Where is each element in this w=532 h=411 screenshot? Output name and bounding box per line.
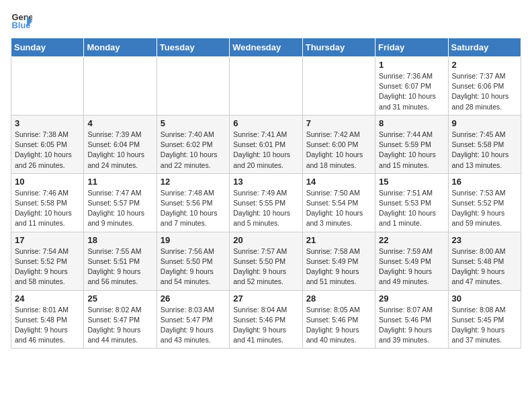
day-number: 14 (306, 177, 371, 187)
day-number: 9 (452, 118, 517, 128)
day-number: 7 (306, 118, 371, 128)
calendar-cell: 9Sunrise: 7:45 AMSunset: 5:58 PMDaylight… (448, 115, 521, 173)
calendar-cell: 10Sunrise: 7:46 AMSunset: 5:58 PMDayligh… (11, 173, 84, 232)
day-number: 1 (379, 60, 444, 70)
day-number: 24 (15, 293, 80, 304)
day-info: Sunrise: 7:49 AMSunset: 5:55 PMDaylight:… (233, 188, 298, 229)
day-number: 28 (306, 293, 371, 304)
calendar-cell (84, 57, 157, 116)
day-number: 30 (452, 293, 517, 304)
logo: General Blue (11, 11, 35, 32)
day-number: 17 (15, 235, 80, 245)
day-number: 20 (233, 235, 298, 245)
day-info: Sunrise: 7:53 AMSunset: 5:52 PMDaylight:… (452, 188, 517, 229)
day-number: 2 (452, 60, 517, 70)
day-header-saturday: Saturday (448, 38, 521, 57)
calendar-cell: 29Sunrise: 8:07 AMSunset: 5:46 PMDayligh… (375, 290, 448, 349)
day-number: 13 (233, 177, 298, 187)
calendar-cell: 18Sunrise: 7:55 AMSunset: 5:51 PMDayligh… (84, 232, 157, 290)
calendar-cell: 6Sunrise: 7:41 AMSunset: 6:01 PMDaylight… (230, 115, 302, 173)
day-info: Sunrise: 7:56 AMSunset: 5:50 PMDaylight:… (161, 246, 226, 287)
calendar-cell: 30Sunrise: 8:08 AMSunset: 5:45 PMDayligh… (448, 290, 521, 349)
calendar-cell: 20Sunrise: 7:57 AMSunset: 5:50 PMDayligh… (230, 232, 302, 290)
week-row-2: 3Sunrise: 7:38 AMSunset: 6:05 PMDaylight… (11, 115, 521, 173)
calendar-cell: 19Sunrise: 7:56 AMSunset: 5:50 PMDayligh… (157, 232, 229, 290)
week-row-4: 17Sunrise: 7:54 AMSunset: 5:52 PMDayligh… (11, 232, 521, 290)
day-info: Sunrise: 8:00 AMSunset: 5:48 PMDaylight:… (452, 246, 517, 287)
calendar-cell: 1Sunrise: 7:36 AMSunset: 6:07 PMDaylight… (375, 57, 448, 116)
calendar-cell: 28Sunrise: 8:05 AMSunset: 5:46 PMDayligh… (302, 290, 375, 349)
day-number: 10 (15, 177, 80, 187)
day-number: 29 (379, 293, 444, 304)
day-number: 27 (233, 293, 298, 304)
day-info: Sunrise: 8:08 AMSunset: 5:45 PMDaylight:… (452, 305, 517, 346)
calendar-cell: 15Sunrise: 7:51 AMSunset: 5:53 PMDayligh… (375, 173, 448, 232)
day-info: Sunrise: 7:47 AMSunset: 5:57 PMDaylight:… (87, 188, 152, 229)
calendar-cell: 8Sunrise: 7:44 AMSunset: 5:59 PMDaylight… (375, 115, 448, 173)
day-header-wednesday: Wednesday (230, 38, 302, 57)
day-number: 18 (87, 235, 152, 245)
calendar-cell: 22Sunrise: 7:59 AMSunset: 5:49 PMDayligh… (375, 232, 448, 290)
day-header-tuesday: Tuesday (157, 38, 229, 57)
calendar-cell (11, 57, 84, 116)
day-info: Sunrise: 7:46 AMSunset: 5:58 PMDaylight:… (15, 188, 80, 229)
day-number: 16 (452, 177, 517, 187)
day-number: 23 (452, 235, 517, 245)
calendar-cell: 13Sunrise: 7:49 AMSunset: 5:55 PMDayligh… (230, 173, 302, 232)
day-info: Sunrise: 7:55 AMSunset: 5:51 PMDaylight:… (87, 246, 152, 287)
day-info: Sunrise: 7:50 AMSunset: 5:54 PMDaylight:… (306, 188, 371, 229)
day-info: Sunrise: 7:48 AMSunset: 5:56 PMDaylight:… (161, 188, 226, 229)
day-info: Sunrise: 7:39 AMSunset: 6:04 PMDaylight:… (87, 130, 152, 171)
calendar-cell: 21Sunrise: 7:58 AMSunset: 5:49 PMDayligh… (302, 232, 375, 290)
day-number: 12 (161, 177, 226, 187)
calendar-cell: 5Sunrise: 7:40 AMSunset: 6:02 PMDaylight… (157, 115, 229, 173)
day-info: Sunrise: 7:37 AMSunset: 6:06 PMDaylight:… (452, 71, 517, 112)
calendar-cell: 24Sunrise: 8:01 AMSunset: 5:48 PMDayligh… (11, 290, 84, 349)
calendar-cell: 4Sunrise: 7:39 AMSunset: 6:04 PMDaylight… (84, 115, 157, 173)
calendar-cell (157, 57, 229, 116)
day-number: 15 (379, 177, 444, 187)
day-number: 21 (306, 235, 371, 245)
day-info: Sunrise: 7:58 AMSunset: 5:49 PMDaylight:… (306, 246, 371, 287)
day-header-thursday: Thursday (302, 38, 375, 57)
day-info: Sunrise: 7:41 AMSunset: 6:01 PMDaylight:… (233, 130, 298, 171)
logo-icon: General Blue (11, 11, 32, 32)
day-number: 11 (87, 177, 152, 187)
calendar-cell (302, 57, 375, 116)
day-info: Sunrise: 7:45 AMSunset: 5:58 PMDaylight:… (452, 130, 517, 171)
day-info: Sunrise: 7:54 AMSunset: 5:52 PMDaylight:… (15, 246, 80, 287)
calendar-cell: 12Sunrise: 7:48 AMSunset: 5:56 PMDayligh… (157, 173, 229, 232)
week-row-5: 24Sunrise: 8:01 AMSunset: 5:48 PMDayligh… (11, 290, 521, 349)
day-info: Sunrise: 7:38 AMSunset: 6:05 PMDaylight:… (15, 130, 80, 171)
calendar-cell: 16Sunrise: 7:53 AMSunset: 5:52 PMDayligh… (448, 173, 521, 232)
calendar-cell: 25Sunrise: 8:02 AMSunset: 5:47 PMDayligh… (84, 290, 157, 349)
page-header: General Blue (11, 11, 521, 32)
calendar-cell: 27Sunrise: 8:04 AMSunset: 5:46 PMDayligh… (230, 290, 302, 349)
day-info: Sunrise: 7:36 AMSunset: 6:07 PMDaylight:… (379, 71, 444, 112)
calendar-cell: 2Sunrise: 7:37 AMSunset: 6:06 PMDaylight… (448, 57, 521, 116)
day-info: Sunrise: 7:57 AMSunset: 5:50 PMDaylight:… (233, 246, 298, 287)
week-row-3: 10Sunrise: 7:46 AMSunset: 5:58 PMDayligh… (11, 173, 521, 232)
day-number: 8 (379, 118, 444, 128)
day-header-sunday: Sunday (11, 38, 84, 57)
week-row-1: 1Sunrise: 7:36 AMSunset: 6:07 PMDaylight… (11, 57, 521, 116)
calendar: SundayMondayTuesdayWednesdayThursdayFrid… (11, 38, 521, 349)
day-info: Sunrise: 8:02 AMSunset: 5:47 PMDaylight:… (87, 305, 152, 346)
day-number: 19 (161, 235, 226, 245)
day-number: 5 (161, 118, 226, 128)
day-info: Sunrise: 7:42 AMSunset: 6:00 PMDaylight:… (306, 130, 371, 171)
day-header-monday: Monday (84, 38, 157, 57)
day-info: Sunrise: 7:44 AMSunset: 5:59 PMDaylight:… (379, 130, 444, 171)
day-number: 4 (87, 118, 152, 128)
calendar-cell: 3Sunrise: 7:38 AMSunset: 6:05 PMDaylight… (11, 115, 84, 173)
day-number: 25 (87, 293, 152, 304)
day-number: 22 (379, 235, 444, 245)
day-info: Sunrise: 8:01 AMSunset: 5:48 PMDaylight:… (15, 305, 80, 346)
calendar-cell: 11Sunrise: 7:47 AMSunset: 5:57 PMDayligh… (84, 173, 157, 232)
day-info: Sunrise: 8:07 AMSunset: 5:46 PMDaylight:… (379, 305, 444, 346)
day-header-friday: Friday (375, 38, 448, 57)
calendar-cell: 17Sunrise: 7:54 AMSunset: 5:52 PMDayligh… (11, 232, 84, 290)
calendar-cell (230, 57, 302, 116)
day-info: Sunrise: 8:03 AMSunset: 5:47 PMDaylight:… (161, 305, 226, 346)
day-number: 6 (233, 118, 298, 128)
